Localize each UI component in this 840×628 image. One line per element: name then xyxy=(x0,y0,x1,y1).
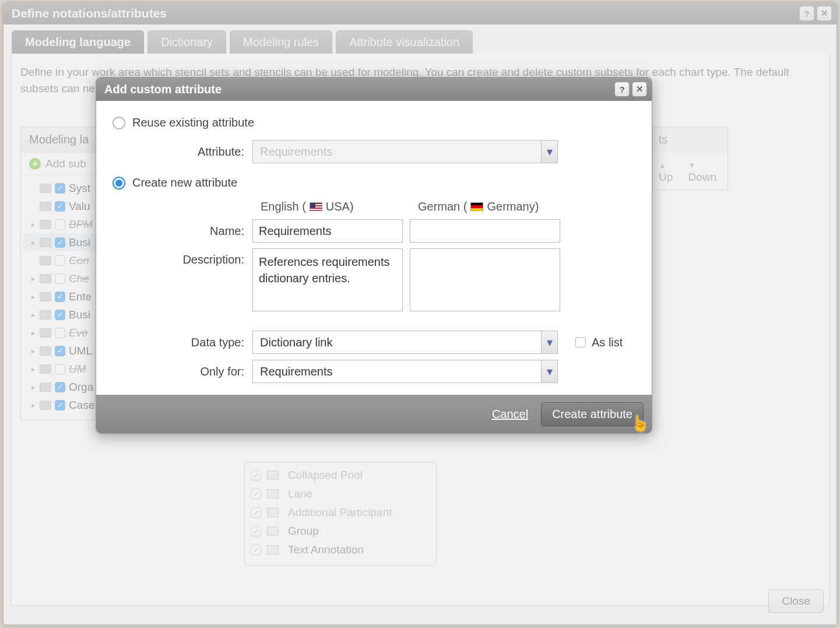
description-label: Description: xyxy=(113,248,252,266)
help-icon[interactable]: ? xyxy=(614,82,630,97)
name-row: Name: xyxy=(113,219,635,243)
chevron-down-icon: ▾ xyxy=(541,141,557,163)
lang-de-header: German ( Germany) xyxy=(418,200,568,213)
inner-titlebar: Add custom attribute ? ✕ xyxy=(96,78,652,101)
flag-de-icon xyxy=(470,202,483,211)
lang-en-header: English ( USA) xyxy=(261,200,411,213)
as-list-checkbox[interactable]: As list xyxy=(575,336,623,349)
reuse-attribute-value: Requirements xyxy=(253,145,541,159)
description-input-de[interactable] xyxy=(410,248,560,311)
only-for-row: Only for: Requirements ▾ xyxy=(113,360,635,383)
data-type-value: Dictionary link xyxy=(253,336,541,349)
add-custom-attribute-dialog: Add custom attribute ? ✕ Reuse existing … xyxy=(96,77,652,434)
data-type-row: Data type: Dictionary link ▾ As list xyxy=(113,331,635,354)
inner-footer: Cancel Create attribute xyxy=(96,395,652,433)
only-for-combo[interactable]: Requirements ▾ xyxy=(252,360,558,383)
inner-dialog-title: Add custom attribute xyxy=(104,83,612,96)
inner-body: Reuse existing attribute Attribute: Requ… xyxy=(96,101,652,395)
radio-reuse-attribute[interactable]: Reuse existing attribute xyxy=(113,116,635,129)
define-notations-dialog: Define notations/attributes ? ✕ Modeling… xyxy=(3,2,837,625)
name-label: Name: xyxy=(113,224,252,238)
create-attribute-button[interactable]: Create attribute xyxy=(541,402,644,426)
only-for-value: Requirements xyxy=(253,365,541,378)
radio-create-attribute[interactable]: Create new attribute xyxy=(113,176,635,190)
checkbox-icon xyxy=(575,337,586,348)
reuse-attribute-row: Attribute: Requirements ▾ xyxy=(113,140,635,163)
description-row: Description: xyxy=(113,248,635,314)
name-input-de[interactable] xyxy=(410,219,560,243)
name-input-en[interactable] xyxy=(252,219,403,243)
attribute-label: Attribute: xyxy=(113,145,252,159)
flag-us-icon xyxy=(310,202,322,211)
language-headers: English ( USA) German ( Germany) xyxy=(261,200,635,213)
radio-icon xyxy=(113,117,125,129)
chevron-down-icon[interactable]: ▾ xyxy=(541,331,557,353)
description-input-en[interactable] xyxy=(252,248,403,311)
data-type-combo[interactable]: Dictionary link ▾ xyxy=(252,331,558,354)
data-type-label: Data type: xyxy=(113,336,252,349)
cancel-button[interactable]: Cancel xyxy=(492,408,528,421)
close-icon[interactable]: ✕ xyxy=(632,82,647,97)
chevron-down-icon[interactable]: ▾ xyxy=(541,360,557,383)
only-for-label: Only for: xyxy=(113,365,252,378)
reuse-attribute-combo: Requirements ▾ xyxy=(252,140,558,163)
radio-icon xyxy=(113,177,125,190)
